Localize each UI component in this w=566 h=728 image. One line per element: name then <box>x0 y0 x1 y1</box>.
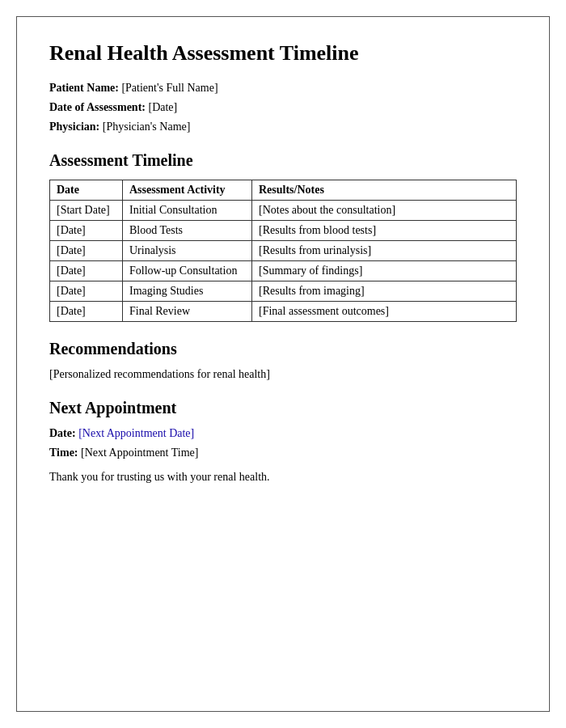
table-row: [Date]Imaging Studies[Results from imagi… <box>50 281 517 302</box>
table-cell-activity: Initial Consultation <box>123 201 252 221</box>
physician-label: Physician: <box>49 121 99 133</box>
table-cell-notes: [Results from imaging] <box>252 281 517 302</box>
table-row: [Start Date]Initial Consultation[Notes a… <box>50 201 517 221</box>
thank-you-text: Thank you for trusting us with your rena… <box>49 471 517 484</box>
table-row: [Date]Urinalysis[Results from urinalysis… <box>50 241 517 261</box>
table-cell-notes: [Results from urinalysis] <box>252 241 517 261</box>
table-row: [Date]Final Review[Final assessment outc… <box>50 302 517 322</box>
patient-name-field: Patient Name: [Patient's Full Name] <box>49 82 517 95</box>
col-header-activity: Assessment Activity <box>123 180 252 201</box>
table-cell-activity: Final Review <box>123 302 252 322</box>
table-cell-date: [Start Date] <box>50 201 123 221</box>
patient-name-value: [Patient's Full Name] <box>121 82 218 94</box>
col-header-notes: Results/Notes <box>252 180 517 201</box>
table-cell-activity: Follow-up Consultation <box>123 261 252 281</box>
recommendations-text: [Personalized recommendations for renal … <box>49 368 517 381</box>
date-of-assessment-value: [Date] <box>148 101 177 113</box>
table-row: [Date]Follow-up Consultation[Summary of … <box>50 261 517 281</box>
next-date-value: [Next Appointment Date] <box>78 427 194 439</box>
table-cell-notes: [Notes about the consultation] <box>252 201 517 221</box>
next-date-label: Date: <box>49 427 76 439</box>
col-header-date: Date <box>50 180 123 201</box>
table-cell-notes: [Final assessment outcomes] <box>252 302 517 322</box>
page-container: Renal Health Assessment Timeline Patient… <box>16 16 550 712</box>
table-row: [Date]Blood Tests[Results from blood tes… <box>50 221 517 241</box>
next-time-value: [Next Appointment Time] <box>81 447 198 459</box>
page-title: Renal Health Assessment Timeline <box>49 41 517 66</box>
table-cell-date: [Date] <box>50 281 123 302</box>
table-cell-activity: Imaging Studies <box>123 281 252 302</box>
table-cell-date: [Date] <box>50 221 123 241</box>
assessment-table: Date Assessment Activity Results/Notes [… <box>49 180 517 322</box>
table-cell-activity: Blood Tests <box>123 221 252 241</box>
next-time-label: Time: <box>49 447 78 459</box>
table-cell-date: [Date] <box>50 241 123 261</box>
date-of-assessment-label: Date of Assessment: <box>49 101 146 113</box>
table-cell-notes: [Results from blood tests] <box>252 221 517 241</box>
table-cell-date: [Date] <box>50 302 123 322</box>
patient-name-label: Patient Name: <box>49 82 119 94</box>
physician-value: [Physician's Name] <box>103 121 191 133</box>
table-header-row: Date Assessment Activity Results/Notes <box>50 180 517 201</box>
table-cell-notes: [Summary of findings] <box>252 261 517 281</box>
next-time-field: Time: [Next Appointment Time] <box>49 447 517 459</box>
physician-field: Physician: [Physician's Name] <box>49 121 517 133</box>
next-date-field: Date: [Next Appointment Date] <box>49 427 517 440</box>
table-cell-date: [Date] <box>50 261 123 281</box>
next-appointment-heading: Next Appointment <box>49 399 517 417</box>
timeline-heading: Assessment Timeline <box>49 151 517 170</box>
table-cell-activity: Urinalysis <box>123 241 252 261</box>
date-of-assessment-field: Date of Assessment: [Date] <box>49 101 517 114</box>
recommendations-heading: Recommendations <box>49 340 517 358</box>
